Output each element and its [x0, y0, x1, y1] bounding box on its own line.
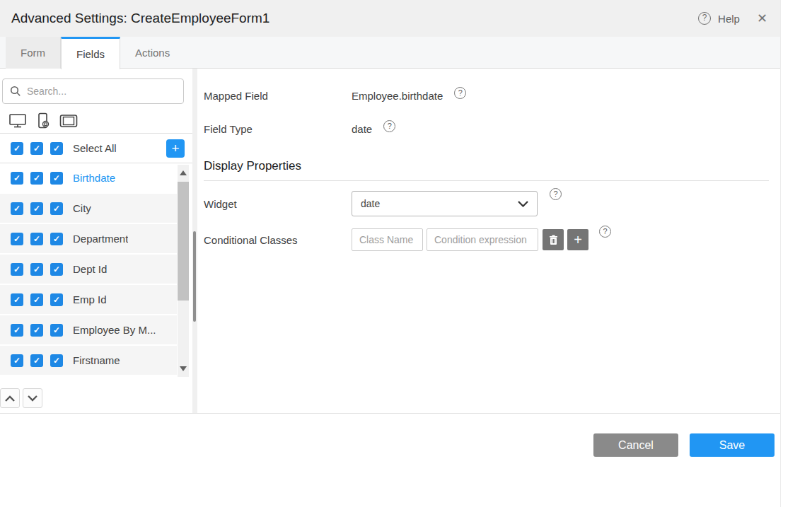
field-label[interactable]: Department — [73, 233, 128, 245]
reorder-controls — [0, 388, 192, 408]
field-row[interactable]: ✓✓✓Dept Id — [0, 255, 177, 284]
widget-label: Widget — [204, 198, 352, 210]
field-properties-panel: Mapped Field Employee.birthdate ? Field … — [197, 69, 780, 413]
checkbox-desktop[interactable]: ✓ — [11, 202, 23, 215]
mobile-icon[interactable] — [36, 112, 50, 129]
move-down-button[interactable] — [23, 388, 42, 408]
help-icon[interactable]: ? — [383, 120, 395, 132]
close-icon[interactable]: ✕ — [757, 12, 767, 25]
desktop-icon[interactable] — [8, 113, 27, 129]
tab-bar: Form Fields Actions — [0, 37, 780, 69]
condition-expression-input[interactable] — [427, 228, 538, 251]
display-properties-heading: Display Properties — [204, 159, 769, 181]
checkbox-mobile[interactable]: ✓ — [30, 354, 43, 367]
dialog-title: Advanced Settings: CreateEmployeeForm1 — [11, 11, 698, 26]
field-row[interactable]: ✓✓✓City — [0, 194, 177, 223]
conditional-classes-label: Conditional Classes — [204, 234, 352, 246]
mapped-field-row: Mapped Field Employee.birthdate ? — [204, 90, 769, 102]
scroll-up-icon[interactable] — [180, 170, 187, 175]
cancel-button[interactable]: Cancel — [593, 433, 678, 457]
select-all-label: Select All — [73, 142, 117, 154]
help-label[interactable]: Help — [718, 13, 740, 25]
field-row[interactable]: ✓✓✓Birthdate — [0, 163, 177, 192]
field-label[interactable]: Firstname — [73, 354, 120, 366]
checkbox-mobile[interactable]: ✓ — [30, 293, 43, 306]
mapped-field-label: Mapped Field — [204, 90, 352, 102]
field-type-row: Field Type date ? — [204, 123, 769, 135]
checkbox-desktop[interactable]: ✓ — [11, 354, 23, 367]
field-label[interactable]: Employee By M... — [73, 324, 156, 336]
widget-row: Widget date ? — [204, 191, 769, 216]
tab-fields[interactable]: Fields — [61, 37, 120, 69]
checkbox-mobile[interactable]: ✓ — [30, 233, 43, 245]
help-icon[interactable]: ? — [599, 226, 611, 238]
field-label[interactable]: City — [73, 202, 91, 214]
panel-scrollbar[interactable] — [192, 69, 197, 413]
checkbox-tablet[interactable]: ✓ — [50, 354, 63, 367]
checkbox-tablet[interactable]: ✓ — [50, 172, 63, 185]
panel-scrollbar-thumb[interactable] — [193, 231, 196, 322]
chevron-up-icon — [5, 395, 15, 402]
checkbox-desktop[interactable]: ✓ — [11, 324, 23, 337]
checkbox-tablet[interactable]: ✓ — [50, 233, 63, 245]
move-up-button[interactable] — [0, 388, 20, 408]
widget-select-value: date — [361, 198, 518, 209]
mapped-field-value: Employee.birthdate — [352, 90, 443, 102]
dialog-footer: Cancel Save — [0, 414, 780, 457]
advanced-settings-dialog: Advanced Settings: CreateEmployeeForm1 ?… — [0, 0, 781, 507]
field-row[interactable]: ✓✓✓Emp Id — [0, 285, 177, 314]
delete-condition-button[interactable] — [543, 229, 564, 250]
checkbox-desktop[interactable]: ✓ — [11, 233, 23, 245]
checkbox-mobile[interactable]: ✓ — [30, 142, 43, 155]
help-icon[interactable]: ? — [698, 12, 711, 25]
conditional-classes-row: Conditional Classes + ? — [204, 228, 769, 251]
field-type-label: Field Type — [204, 123, 352, 135]
field-type-value: date — [352, 123, 372, 135]
field-label[interactable]: Emp Id — [73, 293, 107, 305]
checkbox-tablet[interactable]: ✓ — [50, 142, 63, 155]
add-condition-button[interactable]: + — [567, 229, 588, 250]
checkbox-mobile[interactable]: ✓ — [30, 324, 43, 337]
field-row[interactable]: ✓✓✓Firstname — [0, 346, 177, 375]
checkbox-tablet[interactable]: ✓ — [50, 263, 63, 276]
help-icon[interactable]: ? — [454, 87, 466, 99]
checkbox-desktop[interactable]: ✓ — [11, 263, 23, 276]
checkbox-desktop[interactable]: ✓ — [11, 142, 23, 155]
checkbox-tablet[interactable]: ✓ — [50, 324, 63, 337]
add-field-button[interactable]: + — [166, 139, 185, 158]
checkbox-mobile[interactable]: ✓ — [30, 263, 43, 276]
field-row[interactable]: ✓✓✓Department — [0, 224, 177, 253]
field-label[interactable]: Dept Id — [73, 263, 107, 275]
field-list: ✓✓✓Birthdate✓✓✓City✓✓✓Department✓✓✓Dept … — [0, 163, 192, 378]
widget-select[interactable]: date — [352, 191, 538, 216]
save-button[interactable]: Save — [690, 433, 775, 457]
select-all-row: ✓ ✓ ✓ Select All + — [0, 134, 192, 163]
field-row[interactable]: ✓✓✓Employee By M... — [0, 315, 177, 344]
tab-form[interactable]: Form — [6, 37, 61, 69]
checkbox-tablet[interactable]: ✓ — [50, 202, 63, 215]
scroll-down-icon[interactable] — [180, 366, 187, 371]
search-icon — [10, 86, 21, 97]
chevron-down-icon — [28, 395, 37, 402]
search-box[interactable] — [2, 78, 184, 104]
scrollbar-thumb[interactable] — [178, 182, 189, 301]
chevron-down-icon — [518, 201, 528, 207]
tablet-icon[interactable] — [59, 114, 78, 128]
trash-icon — [549, 235, 558, 245]
device-toggle-row — [0, 108, 192, 134]
search-input[interactable] — [27, 86, 176, 97]
list-scrollbar[interactable] — [178, 165, 189, 377]
checkbox-tablet[interactable]: ✓ — [50, 293, 63, 306]
checkbox-desktop[interactable]: ✓ — [11, 172, 23, 185]
help-icon[interactable]: ? — [550, 188, 562, 200]
tab-actions[interactable]: Actions — [120, 37, 185, 69]
checkbox-mobile[interactable]: ✓ — [30, 172, 43, 185]
dialog-header: Advanced Settings: CreateEmployeeForm1 ?… — [0, 0, 780, 37]
checkbox-mobile[interactable]: ✓ — [30, 202, 43, 215]
class-name-input[interactable] — [352, 228, 423, 251]
checkbox-desktop[interactable]: ✓ — [11, 293, 23, 306]
fields-sidebar: ✓ ✓ ✓ Select All + ✓✓✓Birthdate✓✓✓City✓✓… — [0, 69, 192, 413]
field-label[interactable]: Birthdate — [73, 172, 115, 184]
